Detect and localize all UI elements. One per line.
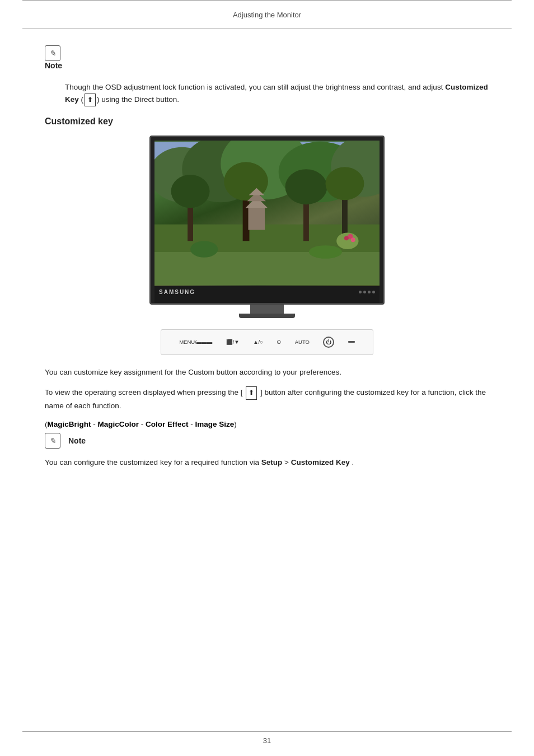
button-panel: MENU/▬▬▬ ⬛/▼ ▲/○ ⊙ AUTO ⏻	[161, 329, 373, 355]
dash-button	[348, 341, 355, 343]
note-block-2: ✎ Note	[45, 433, 489, 449]
setup-bold: Setup	[261, 458, 283, 466]
monitor-screen	[154, 141, 380, 286]
auto-button-label: AUTO	[295, 339, 310, 345]
monitor-image-area: SAMSUNG MENU/▬▬▬	[45, 136, 489, 355]
auto-button-item: AUTO	[295, 339, 310, 345]
svg-point-25	[309, 245, 342, 259]
customized-key-icon: ⬆	[85, 94, 96, 106]
magnify-button-label: ⊙	[277, 339, 281, 345]
note-label-2: Note	[68, 436, 86, 445]
page-header: Adjusting the Monitor	[22, 5, 512, 29]
bottom-area: 31	[0, 731, 534, 756]
dot-2	[363, 291, 366, 293]
svg-point-15	[325, 167, 364, 200]
note-inline-row: ✎ Note	[45, 433, 489, 449]
function-links: (MagicBright - MagicColor - Color Effect…	[45, 420, 489, 428]
magic-bright-link[interactable]: MagicBright	[48, 420, 91, 428]
brightness-button-item: ▲/○	[253, 339, 263, 345]
bottom-rule	[22, 731, 512, 732]
svg-point-12	[171, 175, 210, 208]
power-icon: ⏻	[326, 339, 331, 345]
page-number: 31	[22, 736, 512, 745]
monitor-brand-text: SAMSUNG	[159, 289, 195, 295]
svg-point-14	[285, 169, 327, 204]
dot-1	[359, 291, 362, 293]
svg-point-23	[344, 236, 349, 240]
svg-rect-6	[154, 246, 380, 285]
final-text: You can configure the customized key for…	[45, 456, 489, 469]
source-button-label: ⬛/▼	[226, 339, 240, 345]
monitor-stand	[250, 305, 284, 314]
color-effect-link[interactable]: Color Effect	[146, 420, 189, 428]
menu-button-label: MENU/▬▬▬	[179, 339, 212, 345]
page-container: Adjusting the Monitor ✎ Note Though the …	[0, 0, 534, 756]
monitor-outer: SAMSUNG	[149, 136, 385, 305]
note-text-1: Though the OSD adjustment lock function …	[65, 81, 489, 106]
note-icon-2: ✎	[45, 433, 60, 449]
monitor-base	[239, 314, 295, 318]
menu-button-item: MENU/▬▬▬	[179, 339, 212, 345]
monitor-controls-bar	[154, 298, 380, 303]
section-heading: Customized key	[45, 116, 489, 127]
brightness-button-label: ▲/○	[253, 339, 263, 345]
monitor-indicator-dots	[359, 291, 375, 293]
header-title: Adjusting the Monitor	[233, 11, 301, 19]
image-size-link[interactable]: Image Size	[195, 420, 235, 428]
header-rule	[22, 0, 512, 5]
source-button-item: ⬛/▼	[226, 339, 240, 345]
svg-rect-16	[249, 208, 265, 230]
inline-key-icon: ⬆	[246, 386, 257, 400]
customized-key-bold: Customized Key	[291, 458, 350, 466]
note-label-1: Note	[45, 61, 62, 70]
monitor-brand-bar: SAMSUNG	[154, 286, 380, 298]
svg-point-24	[190, 241, 218, 258]
svg-point-20	[336, 232, 358, 249]
body-text-2: To view the operating screen displayed w…	[45, 386, 489, 412]
note-icon-1: ✎ Note	[45, 45, 65, 70]
nature-scene-svg	[154, 141, 380, 286]
magnify-button-item: ⊙	[277, 339, 281, 345]
power-button[interactable]: ⏻	[323, 337, 334, 348]
dot-3	[368, 291, 371, 293]
content-area: ✎ Note Though the OSD adjustment lock fu…	[0, 29, 534, 510]
svg-point-22	[351, 237, 355, 242]
dot-4	[372, 291, 375, 293]
magic-color-link[interactable]: MagicColor	[98, 420, 139, 428]
body-text-1: You can customize key assignment for the…	[45, 366, 489, 379]
note-block-1: ✎ Note	[45, 45, 489, 70]
